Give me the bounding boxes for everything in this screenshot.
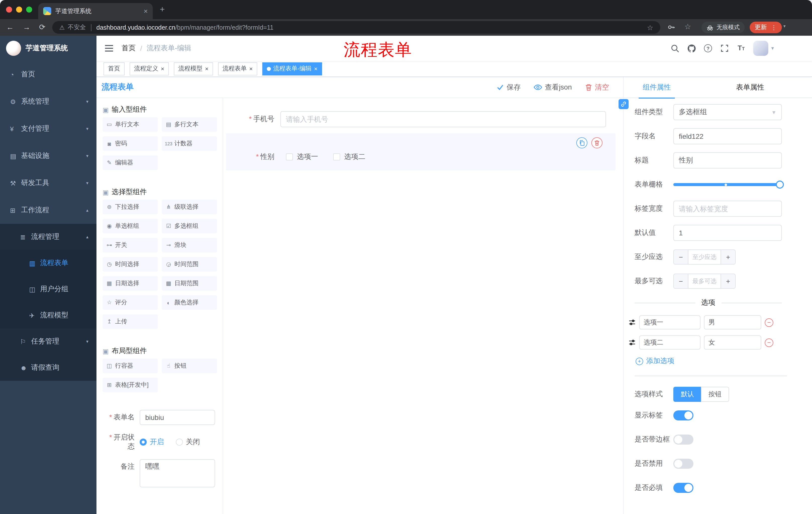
option-style-button-button[interactable]: 按钮 xyxy=(701,387,729,402)
min-select-decrease-button[interactable]: − xyxy=(674,250,688,264)
palette-item-row-container[interactable]: ◫行容器 xyxy=(103,359,158,373)
palette-item-radio-group[interactable]: ◉单选框组 xyxy=(103,219,158,233)
status-radio-closed[interactable]: 关闭 xyxy=(176,437,200,447)
palette-item-editor[interactable]: ✎编辑器 xyxy=(103,155,158,170)
palette-item-time-range[interactable]: ◶时间范围 xyxy=(162,257,217,272)
browser-update-button[interactable]: 更新 ⋮ xyxy=(750,22,782,33)
sidebar-item-process-model[interactable]: ✈流程模型 xyxy=(0,302,96,328)
window-close-button[interactable] xyxy=(6,6,12,12)
clear-button[interactable]: 清空 xyxy=(585,83,609,92)
sidebar-item-payment[interactable]: ¥支付管理▾ xyxy=(0,115,96,142)
new-tab-button[interactable]: + xyxy=(160,4,165,15)
search-icon[interactable] xyxy=(670,44,679,53)
sidebar-item-process-form[interactable]: ▥流程表单 xyxy=(0,250,96,276)
palette-item-multi-line-text[interactable]: ▤多行文本 xyxy=(162,117,217,132)
label-width-input[interactable] xyxy=(673,201,782,217)
sidebar-item-user-group[interactable]: ◫用户分组 xyxy=(0,276,96,302)
browser-menu-icon[interactable]: ⋮ xyxy=(771,24,777,31)
gender-checkbox-option-1[interactable]: 选项一 xyxy=(286,153,318,161)
bookmark-star-icon[interactable]: ☆ xyxy=(647,23,653,31)
default-value-input[interactable] xyxy=(673,225,782,241)
form-name-input[interactable] xyxy=(140,410,215,425)
required-switch[interactable] xyxy=(673,483,693,493)
option-drag-handle-icon[interactable] xyxy=(629,339,636,346)
sidebar-item-leave-query[interactable]: ☻请假查询 xyxy=(0,355,96,381)
option-value-input[interactable] xyxy=(704,335,761,350)
palette-item-single-line-text[interactable]: ▭单行文本 xyxy=(103,117,158,132)
tag-close-icon[interactable]: × xyxy=(314,65,318,72)
palette-item-password[interactable]: ◙密码 xyxy=(103,136,158,151)
palette-item-color-picker[interactable]: ◐颜色选择 xyxy=(162,295,217,310)
sidebar-item-system[interactable]: ⚙系统管理▾ xyxy=(0,88,96,115)
sidebar-item-task-management[interactable]: ⚐任务管理▾ xyxy=(0,328,96,355)
palette-item-upload[interactable]: ↥上传 xyxy=(103,314,158,329)
breadcrumb-home[interactable]: 首页 xyxy=(122,44,136,53)
back-button[interactable]: ← xyxy=(5,22,15,32)
status-radio-open[interactable]: 开启 xyxy=(140,437,164,447)
tag-close-icon[interactable]: × xyxy=(161,65,164,72)
slider-handle[interactable] xyxy=(776,181,784,189)
palette-item-time-picker[interactable]: ◷时间选择 xyxy=(103,257,158,272)
window-minimize-button[interactable] xyxy=(16,6,22,12)
gender-checkbox-option-2[interactable]: 选项二 xyxy=(333,153,365,161)
grid-slider[interactable] xyxy=(673,177,782,193)
tag-close-icon[interactable]: × xyxy=(205,65,208,72)
palette-item-rate[interactable]: ☆评分 xyxy=(103,295,158,310)
sidebar-item-process-management[interactable]: ≣流程管理▴ xyxy=(0,224,96,250)
add-option-button[interactable]: + 添加选项 xyxy=(636,357,782,366)
remark-textarea[interactable] xyxy=(140,459,215,487)
max-select-increase-button[interactable]: + xyxy=(721,274,735,288)
tag-home[interactable]: 首页 xyxy=(104,62,125,75)
phone-field[interactable]: *手机号 xyxy=(223,111,623,127)
tag-process-form[interactable]: 流程表单× xyxy=(218,62,257,75)
gender-field-selected[interactable]: *性别 选项一 选项二 xyxy=(226,133,615,170)
option-label-input[interactable] xyxy=(639,315,700,329)
github-icon[interactable] xyxy=(687,44,696,53)
max-select-placeholder[interactable]: 最多可选 xyxy=(688,274,721,288)
security-warning-icon[interactable]: ⚠ xyxy=(59,24,65,31)
forward-button[interactable]: → xyxy=(22,22,32,32)
view-json-button[interactable]: 查看json xyxy=(534,83,572,92)
tab-close-icon[interactable]: × xyxy=(144,7,148,15)
palette-item-checkbox-group[interactable]: ☑多选框组 xyxy=(162,219,217,233)
option-value-input[interactable] xyxy=(704,315,761,329)
remove-option-icon[interactable]: − xyxy=(765,318,773,327)
palette-item-cascader[interactable]: ⋔级联选择 xyxy=(162,200,217,214)
user-menu[interactable]: ▼ xyxy=(753,41,775,56)
extension-star-icon[interactable]: ☆ xyxy=(685,22,691,31)
sidebar-item-devtools[interactable]: ⚒研发工具▾ xyxy=(0,169,96,197)
palette-item-table[interactable]: ⊞表格[开发中] xyxy=(103,378,158,392)
phone-input[interactable] xyxy=(280,111,606,127)
palette-item-slider[interactable]: ⊸滑块 xyxy=(162,238,217,252)
tag-process-model[interactable]: 流程模型× xyxy=(174,62,213,75)
option-style-default-button[interactable]: 默认 xyxy=(673,387,701,402)
tab-form-props[interactable]: 表单属性 xyxy=(727,77,773,98)
component-type-select[interactable]: 多选框组 ▼ xyxy=(673,104,782,120)
fullscreen-icon[interactable] xyxy=(720,44,729,53)
option-drag-handle-icon[interactable] xyxy=(629,319,636,326)
sidebar-item-home[interactable]: ◔首页 xyxy=(0,61,96,88)
remove-option-icon[interactable]: − xyxy=(765,338,773,347)
field-name-input[interactable] xyxy=(673,128,782,144)
password-key-icon[interactable] xyxy=(667,23,675,33)
disabled-switch[interactable] xyxy=(673,459,693,469)
help-icon[interactable]: ? xyxy=(703,44,713,53)
option-label-input[interactable] xyxy=(639,335,700,350)
tab-component-props[interactable]: 组件属性 xyxy=(634,77,680,98)
show-label-switch[interactable] xyxy=(673,410,693,421)
palette-item-select[interactable]: ⊚下拉选择 xyxy=(103,200,158,214)
title-input[interactable] xyxy=(673,153,782,168)
tag-process-definition[interactable]: 流程定义× xyxy=(129,62,169,75)
palette-item-counter[interactable]: 123计数器 xyxy=(162,136,217,151)
palette-item-date-picker[interactable]: ▦日期选择 xyxy=(103,276,158,291)
reload-button[interactable]: ⟳ xyxy=(37,22,47,32)
min-select-increase-button[interactable]: + xyxy=(721,250,735,264)
font-size-icon[interactable]: TT xyxy=(736,44,746,53)
delete-component-button[interactable] xyxy=(591,137,603,148)
bordered-switch[interactable] xyxy=(673,435,693,444)
max-select-decrease-button[interactable]: − xyxy=(674,274,688,288)
link-button[interactable] xyxy=(618,99,629,109)
save-button[interactable]: 保存 xyxy=(497,83,521,92)
tag-process-form-edit[interactable]: 流程表单-编辑× xyxy=(262,62,322,75)
palette-item-date-range[interactable]: ▩日期范围 xyxy=(162,276,217,291)
